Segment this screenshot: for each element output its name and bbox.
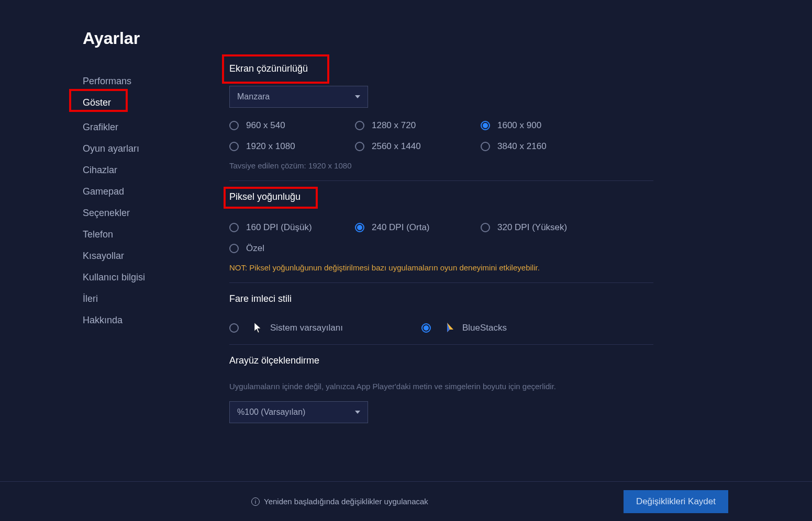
resolution-option[interactable]: 1280 x 720 [355, 120, 481, 131]
radio-label: Sistem varsayılanı [270, 323, 343, 333]
radio-icon [481, 223, 490, 232]
orientation-dropdown[interactable]: Manzara [229, 86, 368, 108]
radio-label: 3840 x 2160 [497, 141, 547, 152]
chevron-down-icon [355, 411, 360, 414]
orientation-value: Manzara [237, 92, 270, 101]
settings-nav: PerformansGösterGrafiklerOyun ayarlarıCi… [83, 72, 229, 330]
sidebar-item[interactable]: Cihazlar [83, 161, 229, 180]
radio-label: 1600 x 900 [497, 120, 541, 131]
dpi-option[interactable]: 240 DPI (Orta) [355, 222, 481, 233]
cursor-system-icon [253, 322, 263, 334]
sidebar-item-label: Göster [83, 97, 111, 108]
cursor-option[interactable]: BlueStacks [421, 322, 507, 334]
radio-label: 960 x 540 [246, 120, 285, 131]
sidebar-item[interactable]: Seçenekler [83, 203, 229, 223]
resolution-hint: Tavsiye edilen çözüm: 1920 x 1080 [229, 161, 653, 170]
scaling-value: %100 (Varsayılan) [237, 407, 305, 417]
radio-label: 1280 x 720 [372, 120, 416, 131]
sidebar-item-label: Grafikler [83, 122, 118, 132]
sidebar-item[interactable]: Göster [83, 93, 229, 116]
scaling-section: Arayüz ölçeklendirme Uygulamaların içind… [229, 355, 653, 423]
radio-icon [481, 142, 490, 151]
radio-icon [355, 142, 364, 151]
footer-info-text: Yeniden başladığında değişiklikler uygul… [264, 497, 428, 506]
radio-icon [229, 142, 239, 151]
footer-bar: i Yeniden başladığında değişiklikler uyg… [0, 481, 812, 521]
dpi-option[interactable]: Özel [229, 243, 355, 254]
scaling-title: Arayüz ölçeklendirme [229, 355, 319, 366]
dpi-option[interactable]: 160 DPI (Düşük) [229, 222, 355, 233]
resolution-option[interactable]: 2560 x 1440 [355, 141, 481, 152]
radio-label: Özel [246, 243, 264, 254]
sidebar-item-label: Kısayollar [83, 251, 124, 261]
divider [229, 282, 653, 283]
sidebar-item-label: Seçenekler [83, 208, 130, 218]
info-icon: i [251, 497, 260, 506]
divider [229, 344, 653, 345]
radio-icon [229, 244, 239, 253]
resolution-option[interactable]: 3840 x 2160 [481, 141, 606, 152]
radio-icon [229, 323, 239, 333]
sidebar-item-label: Kullanıcı bilgisi [83, 272, 145, 282]
sidebar-item-label: Hakkında [83, 315, 123, 325]
resolution-option[interactable]: 960 x 540 [229, 120, 355, 131]
sidebar-item[interactable]: Gamepad [83, 182, 229, 201]
sidebar-item-label: İleri [83, 293, 98, 304]
dpi-warning: NOT: Piksel yoğunluğunun değiştirilmesi … [229, 263, 653, 272]
resolution-option[interactable]: 1600 x 900 [481, 120, 606, 131]
sidebar-item[interactable]: İleri [83, 289, 229, 309]
scaling-description: Uygulamaların içinde değil, yalnızca App… [229, 382, 653, 391]
sidebar-item[interactable]: Grafikler [83, 118, 229, 137]
footer-info: i Yeniden başladığında değişiklikler uyg… [251, 497, 428, 506]
radio-icon [355, 121, 364, 130]
sidebar-item[interactable]: Performans [83, 72, 229, 91]
radio-icon [421, 323, 431, 333]
divider [229, 180, 653, 181]
sidebar-item[interactable]: Oyun ayarları [83, 139, 229, 158]
sidebar-item-label: Gamepad [83, 186, 124, 197]
sidebar-item-label: Performans [83, 76, 131, 86]
scaling-dropdown[interactable]: %100 (Varsayılan) [229, 401, 368, 423]
sidebar-item-label: Cihazlar [83, 165, 117, 175]
sidebar-item[interactable]: Kısayollar [83, 246, 229, 266]
sidebar-item[interactable]: Telefon [83, 225, 229, 244]
page-title: Ayarlar [83, 29, 229, 48]
radio-icon [229, 121, 239, 130]
radio-icon [229, 223, 239, 232]
radio-label: 320 DPI (Yüksek) [497, 222, 567, 233]
radio-label: 160 DPI (Düşük) [246, 222, 312, 233]
resolution-title: Ekran çözünürlüğü [229, 63, 308, 74]
sidebar-item-label: Oyun ayarları [83, 143, 139, 154]
radio-label: 2560 x 1440 [372, 141, 421, 152]
cursor-bluestacks-icon [446, 322, 455, 334]
sidebar-item[interactable]: Hakkında [83, 311, 229, 330]
resolution-section: Ekran çözünürlüğü Manzara 960 x 5401280 … [229, 63, 653, 170]
dpi-title: Piksel yoğunluğu [229, 191, 301, 202]
cursor-title: Fare imleci stili [229, 293, 292, 304]
radio-icon [355, 223, 364, 232]
chevron-down-icon [355, 95, 360, 98]
cursor-option[interactable]: Sistem varsayılanı [229, 322, 343, 334]
save-button[interactable]: Değişiklikleri Kaydet [624, 490, 728, 513]
dpi-section: Piksel yoğunluğu 160 DPI (Düşük)240 DPI … [229, 191, 653, 272]
radio-label: BlueStacks [462, 323, 507, 333]
cursor-section: Fare imleci stili Sistem varsayılanıBlue… [229, 293, 653, 334]
resolution-option[interactable]: 1920 x 1080 [229, 141, 355, 152]
radio-icon [481, 121, 490, 130]
dpi-option[interactable]: 320 DPI (Yüksek) [481, 222, 606, 233]
radio-label: 240 DPI (Orta) [372, 222, 430, 233]
sidebar-item[interactable]: Kullanıcı bilgisi [83, 268, 229, 287]
sidebar-item-label: Telefon [83, 229, 113, 240]
radio-label: 1920 x 1080 [246, 141, 295, 152]
